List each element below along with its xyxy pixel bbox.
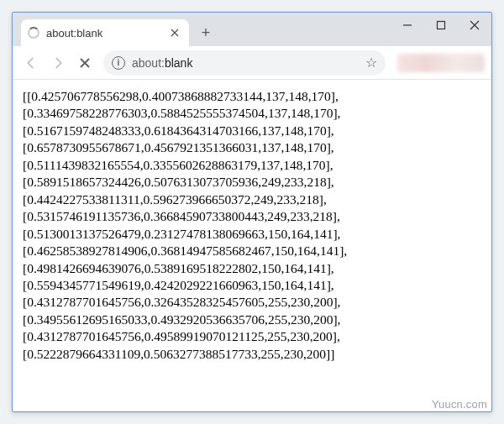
- browser-window: about:blank + i: [12, 12, 492, 412]
- tab-title: about:blank: [46, 27, 102, 39]
- bookmark-star-icon[interactable]: ☆: [365, 55, 377, 71]
- forward-button[interactable]: [46, 51, 70, 75]
- omnibox[interactable]: i about:blank ☆: [103, 50, 386, 76]
- close-window-button[interactable]: [458, 13, 491, 38]
- loading-spinner-icon: [28, 27, 39, 39]
- address-bar: i about:blank ☆: [13, 46, 491, 80]
- back-button[interactable]: [19, 51, 43, 75]
- maximize-button[interactable]: [424, 13, 458, 38]
- site-info-icon[interactable]: i: [112, 56, 125, 70]
- blurred-extension-icons: [397, 54, 485, 72]
- url-scheme: about:: [132, 56, 165, 70]
- stop-reload-button[interactable]: [73, 51, 97, 75]
- minimize-button[interactable]: [391, 13, 424, 38]
- tab-about-blank[interactable]: about:blank: [21, 19, 189, 46]
- watermark-text: Yuucn.com: [432, 398, 487, 411]
- url-path: blank: [165, 56, 192, 70]
- new-tab-button[interactable]: +: [194, 21, 218, 44]
- titlebar: about:blank +: [13, 13, 491, 46]
- window-controls: [391, 13, 491, 38]
- page-content: [[0.425706778556298,0.40073868882733144,…: [13, 80, 491, 411]
- extensions-area: [392, 51, 485, 75]
- svg-rect-1: [438, 22, 445, 29]
- tab-close-button[interactable]: [167, 26, 182, 39]
